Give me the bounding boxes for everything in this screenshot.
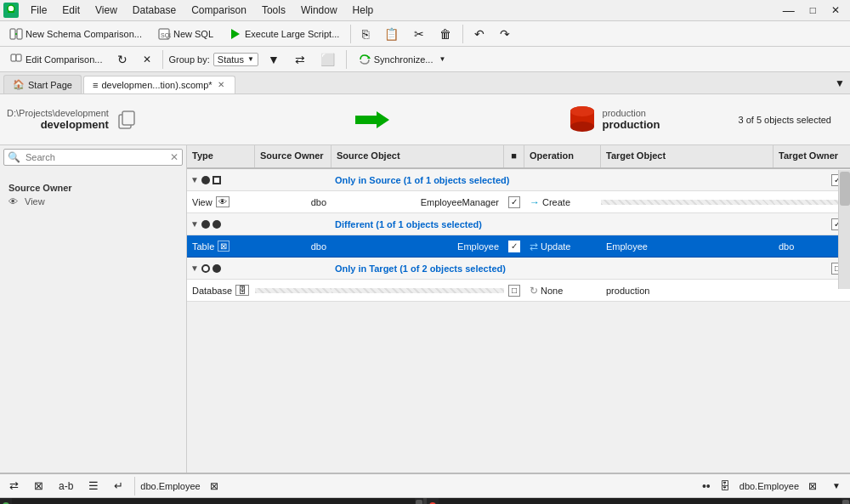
- close-comparison-button[interactable]: ✕: [137, 51, 157, 68]
- source-owner-label: Source Owner: [8, 183, 178, 193]
- minimize-button[interactable]: —: [776, 2, 802, 19]
- checkbox-view[interactable]: ✓: [508, 196, 520, 208]
- row-checkbox-db[interactable]: □: [504, 283, 524, 298]
- redo-button[interactable]: ↷: [494, 25, 516, 43]
- replace-icon: a-b: [59, 480, 73, 492]
- bullet-filled-1: [201, 176, 210, 184]
- synchronize-label: Synchronize...: [374, 54, 434, 65]
- filter-button[interactable]: ▼: [262, 50, 286, 69]
- right-panel-db-icon: 🗄: [720, 480, 730, 492]
- copy-icon: ⎘: [362, 27, 369, 41]
- new-sql-button[interactable]: SQL New SQL: [151, 25, 219, 43]
- header-checkbox: ■: [504, 145, 524, 167]
- cut-button[interactable]: ✂: [408, 25, 430, 43]
- row-source-owner-db: [255, 288, 332, 293]
- view-table-btn[interactable]: ⊠: [28, 477, 49, 495]
- menu-file[interactable]: File: [24, 3, 54, 18]
- expand-button[interactable]: ⬜: [314, 50, 341, 69]
- create-label: Create: [542, 197, 570, 207]
- scrollbar-thumb[interactable]: [840, 172, 850, 206]
- search-clear-button[interactable]: ✕: [167, 150, 182, 165]
- menu-window[interactable]: Window: [294, 3, 344, 18]
- close-button[interactable]: ✕: [824, 3, 847, 18]
- right-code-scrollbar[interactable]: [842, 498, 850, 504]
- filter-bottom-btn[interactable]: ↵: [108, 477, 129, 495]
- row-employeemanager[interactable]: View 👁 dbo EmployeeManager ✓ → Create: [187, 191, 850, 213]
- group-different[interactable]: ▼ Different (1 of 1 objects selected) ✓: [187, 213, 850, 235]
- replace-btn[interactable]: a-b: [53, 478, 79, 495]
- group-source-expand[interactable]: ▼: [187, 173, 332, 187]
- left-panel-icon-btn[interactable]: ⊠: [204, 478, 224, 495]
- row-employee[interactable]: Table ⊠ dbo Employee ✓ ⇄ Update Employee…: [187, 235, 850, 258]
- swap-button[interactable]: ⇄: [289, 50, 311, 69]
- left-code-scrollbar[interactable]: [415, 498, 423, 504]
- expand-target-icon: ▼: [190, 263, 199, 273]
- right-scroll-thumb[interactable]: [842, 500, 849, 504]
- tab-dropdown-button[interactable]: ▼: [833, 76, 847, 91]
- tab-dropdown-icon: ▼: [835, 77, 845, 89]
- menu-tools[interactable]: Tools: [255, 3, 292, 18]
- group-by-label: Group by:: [168, 54, 209, 65]
- objects-selected-count: 3 of 5 objects selected: [739, 115, 831, 125]
- group-target-title-cell: Only in Target (1 of 2 objects selected)…: [332, 258, 850, 279]
- menu-database[interactable]: Database: [126, 3, 183, 18]
- right-panel-menu-btn[interactable]: ▼: [826, 479, 847, 493]
- row-operation-db: ↻ None: [524, 282, 601, 299]
- right-panel-grid-btn[interactable]: ⊠: [802, 478, 823, 495]
- row-database[interactable]: Database 🗄 □ ↻ None production: [187, 280, 850, 302]
- view-type-icon: 👁: [216, 196, 230, 207]
- checkbox-table[interactable]: ✓: [508, 241, 520, 252]
- group-by-dropdown[interactable]: Status ▼: [213, 53, 258, 66]
- compare-btn[interactable]: ⇄: [3, 477, 25, 495]
- copy-button[interactable]: ⎘: [356, 25, 375, 43]
- undo-button[interactable]: ↶: [468, 25, 490, 43]
- group-different-expand[interactable]: ▼: [187, 217, 332, 231]
- svg-rect-3: [17, 29, 22, 39]
- header-target-owner: Target Owner: [774, 145, 850, 167]
- left-scroll-thumb[interactable]: [416, 500, 422, 504]
- refresh-button[interactable]: ↻: [111, 50, 133, 69]
- target-name: production: [603, 118, 660, 131]
- search-input[interactable]: [24, 150, 167, 164]
- group-only-in-source[interactable]: ▼ Only in Source (1 of 1 objects selecte…: [187, 169, 850, 191]
- new-schema-comparison-button[interactable]: New Schema Comparison...: [3, 25, 148, 43]
- svg-point-16: [570, 106, 594, 116]
- database-type-label: Database: [192, 286, 232, 296]
- restore-button[interactable]: □: [803, 3, 823, 18]
- search-box[interactable]: 🔍 ✕: [3, 149, 183, 166]
- menu-edit[interactable]: Edit: [55, 3, 87, 18]
- right-code-panel[interactable]: CREATE TABLE [dbo].[Employee] ( [Employe…: [427, 498, 850, 504]
- left-panel-item-view[interactable]: 👁 View: [8, 196, 178, 207]
- group-source-title: Only in Source (1 of 1 objects selected): [335, 175, 509, 185]
- right-panel-icon-btn[interactable]: 🗄: [714, 478, 736, 495]
- row-target-object-db: production: [601, 283, 774, 298]
- tab-close-button[interactable]: ✕: [216, 80, 226, 89]
- separator-3: [162, 50, 163, 69]
- menu-help[interactable]: Help: [346, 3, 381, 18]
- refresh-icon: ↻: [117, 53, 128, 66]
- row-type-database: Database 🗄: [187, 282, 255, 298]
- tab-comparison[interactable]: ≡ developmen...tion).scomp* ✕: [83, 76, 235, 93]
- execute-large-script-button[interactable]: Execute Large Script...: [223, 25, 345, 43]
- right-code-content: CREATE TABLE [dbo].[Employee] ( [Employe…: [440, 498, 850, 504]
- group-only-in-target[interactable]: ▼ Only in Target (1 of 2 objects selecte…: [187, 258, 850, 280]
- left-code-panel[interactable]: CREATE TABLE [dbo].[Employee] ( [Employe…: [0, 498, 427, 504]
- list-btn[interactable]: ☰: [82, 477, 105, 495]
- row-checkbox-view[interactable]: ✓: [504, 195, 524, 210]
- menu-view[interactable]: View: [88, 3, 124, 18]
- row-checkbox-table[interactable]: ✓: [504, 239, 524, 254]
- delete-button[interactable]: 🗑: [434, 25, 457, 43]
- menu-comparison[interactable]: Comparison: [184, 3, 253, 18]
- checkbox-db[interactable]: □: [508, 285, 520, 297]
- svg-rect-2: [10, 29, 15, 39]
- left-panel-grid-icon: ⊠: [210, 480, 218, 492]
- grid-scrollbar[interactable]: [838, 170, 850, 289]
- tab-start-page[interactable]: 🏠 Start Page: [3, 75, 82, 93]
- synchronize-button[interactable]: Synchronize... ▼: [352, 50, 452, 69]
- group-target-expand[interactable]: ▼: [187, 261, 332, 275]
- paste-button[interactable]: 📋: [378, 25, 405, 43]
- expand-icon: ⬜: [320, 53, 335, 66]
- expand-different-icon: ▼: [190, 219, 199, 229]
- edit-comparison-button[interactable]: Edit Comparison...: [3, 50, 108, 69]
- source-path: D:\Projects\development: [7, 108, 109, 118]
